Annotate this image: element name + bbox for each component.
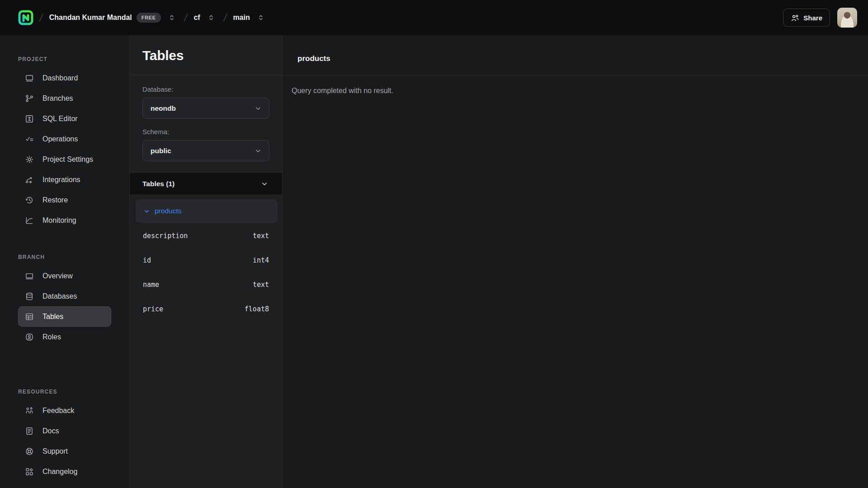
database-icon bbox=[25, 291, 34, 301]
sidebar-item-operations[interactable]: Operations bbox=[18, 129, 111, 149]
sidebar-item-feedback[interactable]: Feedback bbox=[18, 400, 111, 421]
sidebar-item-label: Dashboard bbox=[42, 74, 78, 82]
column-row: name text bbox=[130, 272, 282, 297]
sidebar-item-label: Operations bbox=[42, 135, 78, 143]
project-name: Chandan Kumar Mandal bbox=[49, 14, 132, 22]
sql-editor-icon bbox=[25, 114, 34, 123]
sidebar-item-label: Support bbox=[42, 447, 68, 455]
topbar-actions: Share bbox=[783, 8, 857, 28]
sidebar-item-tables[interactable]: Tables bbox=[18, 306, 111, 327]
neon-logo-icon[interactable] bbox=[18, 10, 33, 25]
column-name: description bbox=[143, 232, 188, 240]
sidebar-item-restore[interactable]: Restore bbox=[18, 190, 111, 210]
sidebar-item-label: Feedback bbox=[42, 407, 74, 415]
database-select[interactable]: neondb bbox=[142, 98, 269, 119]
sidebar-item-roles[interactable]: Roles bbox=[18, 327, 111, 347]
git-branch-icon bbox=[25, 94, 34, 103]
breadcrumb-separator: / bbox=[183, 11, 189, 24]
user-avatar[interactable] bbox=[837, 8, 857, 28]
column-type: text bbox=[253, 232, 269, 240]
sidebar-item-label: Overview bbox=[42, 272, 73, 280]
sidebar-item-monitoring[interactable]: Monitoring bbox=[18, 210, 111, 230]
tables-panel-header: Tables bbox=[130, 35, 282, 75]
sidebar-item-label: Restore bbox=[42, 196, 68, 204]
chevron-down-icon bbox=[254, 104, 262, 113]
column-row: description text bbox=[130, 224, 282, 248]
sidebar-item-label: SQL Editor bbox=[42, 115, 78, 123]
sidebar-item-branches[interactable]: Branches bbox=[18, 88, 111, 108]
restore-history-icon bbox=[25, 195, 34, 205]
project-switcher-button[interactable] bbox=[165, 11, 178, 24]
schema-select-value: public bbox=[151, 147, 171, 155]
table-detail-body: Query completed with no result. bbox=[283, 76, 868, 106]
column-list: description text id int4 name text price… bbox=[130, 224, 282, 321]
sidebar-item-label: Roles bbox=[42, 333, 61, 341]
schema-select[interactable]: public bbox=[142, 140, 269, 161]
column-row: id int4 bbox=[130, 248, 282, 272]
sidebar-item-label: Tables bbox=[42, 313, 63, 321]
breadcrumb: Chandan Kumar Mandal FREE / cf / main bbox=[49, 11, 267, 24]
sidebar-item-label: Project Settings bbox=[42, 155, 93, 164]
table-row-products[interactable]: products bbox=[136, 199, 278, 223]
branch-name: main bbox=[233, 14, 250, 22]
sidebar-item-support[interactable]: Support bbox=[18, 441, 111, 461]
sidebar-item-dashboard[interactable]: Dashboard bbox=[18, 68, 111, 88]
table-detail-title: products bbox=[297, 54, 330, 63]
database-label: Database: bbox=[142, 85, 269, 93]
share-button-label: Share bbox=[803, 14, 822, 22]
sidebar-item-label: Docs bbox=[42, 427, 59, 435]
sidebar-item-label: Branches bbox=[42, 94, 73, 103]
sidebar-item-databases[interactable]: Databases bbox=[18, 286, 111, 306]
support-lifebuoy-icon bbox=[25, 446, 34, 456]
gear-icon bbox=[25, 155, 34, 164]
sidebar-item-label: Changelog bbox=[42, 468, 77, 476]
tables-accordion-header[interactable]: Tables (1) bbox=[130, 172, 282, 195]
app-window: / Chandan Kumar Mandal FREE / cf / main bbox=[0, 0, 868, 488]
schema-label: Schema: bbox=[142, 128, 269, 136]
table-detail-panel: products Query completed with no result. bbox=[283, 35, 868, 488]
org-switcher-button[interactable] bbox=[205, 11, 217, 24]
sidebar-item-overview[interactable]: Overview bbox=[18, 266, 111, 286]
column-name: id bbox=[143, 256, 151, 264]
database-schema-selectors: Database: neondb Schema: public bbox=[130, 75, 282, 172]
table-detail-header: products bbox=[283, 35, 868, 76]
sidebar-section-project: PROJECT bbox=[0, 56, 129, 68]
top-bar: / Chandan Kumar Mandal FREE / cf / main bbox=[0, 0, 868, 35]
sidebar-item-sql-editor[interactable]: SQL Editor bbox=[18, 108, 111, 129]
breadcrumb-separator: / bbox=[222, 11, 228, 24]
chevron-down-icon bbox=[254, 147, 262, 155]
breadcrumb-separator: / bbox=[38, 11, 44, 24]
table-name: products bbox=[155, 207, 181, 215]
sidebar-item-changelog[interactable]: Changelog bbox=[18, 461, 111, 482]
share-people-icon bbox=[791, 14, 799, 22]
changelog-grid-icon bbox=[25, 467, 34, 476]
org-name: cf bbox=[193, 14, 200, 22]
tables-panel: Tables Database: neondb Schema: public bbox=[130, 35, 283, 488]
breadcrumb-branch: main bbox=[233, 11, 267, 24]
share-button[interactable]: Share bbox=[783, 9, 830, 27]
database-select-value: neondb bbox=[151, 104, 176, 113]
branch-switcher-button[interactable] bbox=[255, 11, 267, 24]
operations-checklist-icon bbox=[25, 134, 34, 144]
dashboard-icon bbox=[25, 73, 34, 83]
feedback-people-icon bbox=[25, 406, 34, 415]
sidebar: PROJECT Dashboard Branches SQL Editor bbox=[0, 35, 130, 488]
column-type: text bbox=[253, 281, 269, 289]
sidebar-item-project-settings[interactable]: Project Settings bbox=[18, 149, 111, 169]
breadcrumb-project: Chandan Kumar Mandal FREE bbox=[49, 11, 178, 24]
sidebar-item-label: Databases bbox=[42, 292, 77, 300]
tables-panel-title: Tables bbox=[142, 48, 269, 63]
chevron-down-icon bbox=[143, 207, 151, 215]
sidebar-item-docs[interactable]: Docs bbox=[18, 421, 111, 441]
integrations-icon bbox=[25, 175, 34, 184]
query-result-message: Query completed with no result. bbox=[292, 87, 859, 95]
column-name: name bbox=[143, 281, 159, 289]
sidebar-section-resources: RESOURCES bbox=[0, 389, 129, 400]
column-row: price float8 bbox=[130, 297, 282, 321]
tables-accordion-label: Tables (1) bbox=[142, 180, 175, 188]
sidebar-item-integrations[interactable]: Integrations bbox=[18, 169, 111, 190]
plan-badge: FREE bbox=[137, 13, 161, 23]
breadcrumb-org: cf bbox=[193, 11, 217, 24]
sidebar-item-label: Integrations bbox=[42, 176, 80, 184]
sidebar-item-label: Monitoring bbox=[42, 216, 76, 225]
